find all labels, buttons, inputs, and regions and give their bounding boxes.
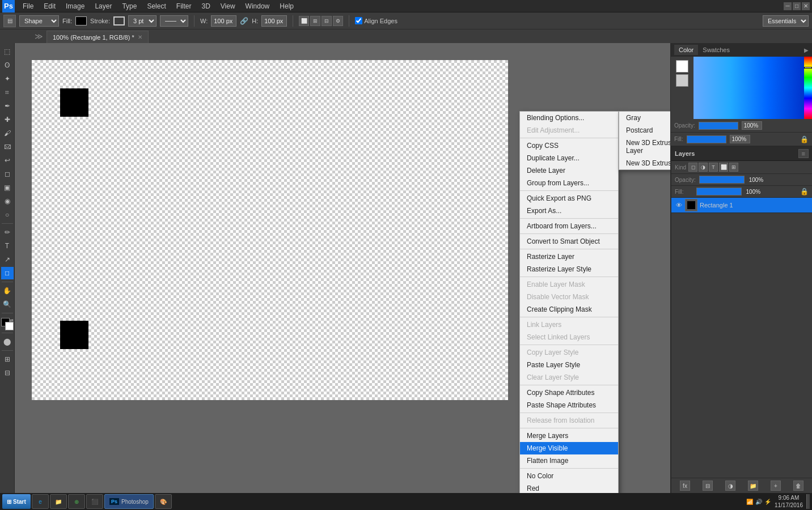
menu-layer[interactable]: Layer [90,1,116,11]
layers-kind-filter[interactable]: ≡ [798,149,809,158]
ctx-no-color[interactable]: No Color [520,470,618,482]
start-button[interactable]: ⊞ Start [2,494,31,509]
tab-color[interactable]: Color [674,45,698,55]
intersect-icon[interactable]: ⚙ [333,16,343,26]
rectangle-tool[interactable]: □ [1,267,14,279]
crop-tool[interactable]: ⌗ [1,86,14,99]
create-adjustment-btn[interactable]: ◑ [725,481,735,491]
layer-fill-bar[interactable] [696,188,742,196]
background-color[interactable] [5,322,14,330]
document-tab-1[interactable]: 100% (Rectangle 1, RGB/8) * ✕ [46,31,149,43]
adjustment-layer-icon[interactable]: ◑ [699,163,708,172]
pixel-layer-icon[interactable]: ◻ [688,163,697,172]
color-gradient-picker[interactable] [693,57,804,119]
add-layer-style-btn[interactable]: fx [680,481,690,491]
brush-tool[interactable]: 🖌 [1,127,14,139]
smart-object-icon[interactable]: ⊞ [729,163,738,172]
show-desktop-btn[interactable] [806,494,810,509]
background-color-swatch[interactable] [676,74,688,87]
clone-stamp-tool[interactable]: 🖂 [1,141,14,153]
taskbar-chrome[interactable]: ⊕ [68,494,85,509]
maximize-button[interactable]: □ [793,2,801,10]
menu-window[interactable]: Window [241,1,274,11]
eraser-tool[interactable]: ◻ [1,168,14,180]
history-brush-tool[interactable]: ↩ [1,154,14,167]
taskbar-paint[interactable]: 🎨 [155,494,172,509]
tab-close-1[interactable]: ✕ [138,34,142,40]
subtract-icon[interactable]: ⊟ [322,16,332,26]
foreground-background-colors[interactable]: ⇄ [1,318,14,330]
tab-expand-arrow[interactable]: ≫ [31,32,46,41]
ctx-delete-layer[interactable]: Delete Layer [520,164,618,177]
layer-visibility-icon[interactable]: 👁 [675,201,683,209]
eyedropper-tool[interactable]: ✒ [1,100,14,112]
type-tool[interactable]: T [1,240,14,252]
taskbar-ie[interactable]: e [32,494,49,509]
tool-preset-select[interactable]: Shape [19,15,59,27]
ctx-merge-layers[interactable]: Merge Layers [520,430,618,442]
ctx-group-from-layers[interactable]: Group from Layers... [520,177,618,189]
menu-select[interactable]: Select [142,1,170,11]
ctx-merge-visible[interactable]: Merge Visible [520,442,618,454]
screen-mode-tool[interactable]: ⊞ [1,353,14,366]
path-selection-tool[interactable]: ↗ [1,253,14,266]
workspace-select[interactable]: Essentials [763,15,809,27]
sub-postcard[interactable]: Postcard [619,124,670,137]
menu-3d[interactable]: 3D [197,1,214,11]
fill-color-box[interactable] [75,16,87,26]
healing-brush-tool[interactable]: ✚ [1,113,14,126]
stroke-color-box[interactable] [113,16,125,26]
sub-gray[interactable]: Gray [619,112,670,124]
artboard-tool[interactable]: ⊟ [1,367,14,379]
ctx-artboard-from-layers[interactable]: Artboard from Layers... [520,220,618,232]
panel-menu-arrow[interactable]: ▶ [804,47,809,53]
stroke-width-select[interactable]: 3 pt [128,15,157,27]
layer-row-rectangle-1[interactable]: 👁 Rectangle 1 [671,198,812,213]
minimize-button[interactable]: ─ [784,2,792,10]
hue-strip[interactable] [804,57,812,119]
lasso-tool[interactable]: ʘ [1,59,14,71]
ctx-rasterize-layer-style[interactable]: Rasterize Layer Style [520,263,618,275]
ctx-copy-shape-attrs[interactable]: Copy Shape Attributes [520,386,618,399]
menu-file[interactable]: File [18,1,38,11]
stroke-style-select[interactable]: ──── [160,15,188,27]
fill-slider[interactable] [687,135,726,143]
quick-select-tool[interactable]: ✦ [1,73,14,85]
menu-edit[interactable]: Edit [39,1,60,11]
create-group-btn[interactable]: 📁 [748,481,758,491]
combine-shapes-icon[interactable]: ⊞ [310,16,320,26]
transform-path-icon[interactable]: ⬜ [299,16,309,26]
ctx-copy-css[interactable]: Copy CSS [520,139,618,152]
width-input[interactable] [211,15,236,27]
ctx-blending-options[interactable]: Blending Options... [520,112,618,124]
marquee-tool[interactable]: ⬚ [1,45,14,58]
taskbar-explorer[interactable]: 📁 [50,494,67,509]
pen-tool[interactable]: ✏ [1,226,14,239]
blur-tool[interactable]: ◉ [1,195,14,207]
canvas-area[interactable]: Blending Options... Edit Adjustment... C… [15,43,670,493]
ctx-flatten-image[interactable]: Flatten Image [520,454,618,467]
menu-type[interactable]: Type [117,1,141,11]
ctx-duplicate-layer[interactable]: Duplicate Layer... [520,152,618,164]
ctx-export-as[interactable]: Export As... [520,205,618,217]
ctx-paste-layer-style[interactable]: Paste Layer Style [520,359,618,371]
delete-layer-btn[interactable]: 🗑 [793,481,803,491]
link-icon[interactable]: 🔗 [240,17,248,25]
ctx-rasterize-layer[interactable]: Rasterize Layer [520,250,618,263]
menu-view[interactable]: View [216,1,240,11]
ctx-paste-shape-attrs[interactable]: Paste Shape Attributes [520,399,618,411]
menu-filter[interactable]: Filter [172,1,196,11]
create-layer-btn[interactable]: + [771,481,781,491]
add-mask-btn[interactable]: ⊟ [703,481,713,491]
close-button[interactable]: ✕ [802,2,810,10]
zoom-tool[interactable]: 🔍 [1,298,14,311]
sub-new-3d-extrusion[interactable]: New 3D Extrusion [619,157,670,169]
opacity-slider[interactable] [699,122,738,130]
dodge-tool[interactable]: ○ [1,209,14,221]
menu-image[interactable]: Image [61,1,89,11]
switch-colors-icon[interactable]: ⇄ [10,318,14,323]
menu-help[interactable]: Help [275,1,298,11]
shape-layer-icon[interactable]: ⬜ [719,163,728,172]
foreground-color-swatch[interactable] [676,60,688,73]
taskbar-cmd[interactable]: ⬛ [86,494,103,509]
